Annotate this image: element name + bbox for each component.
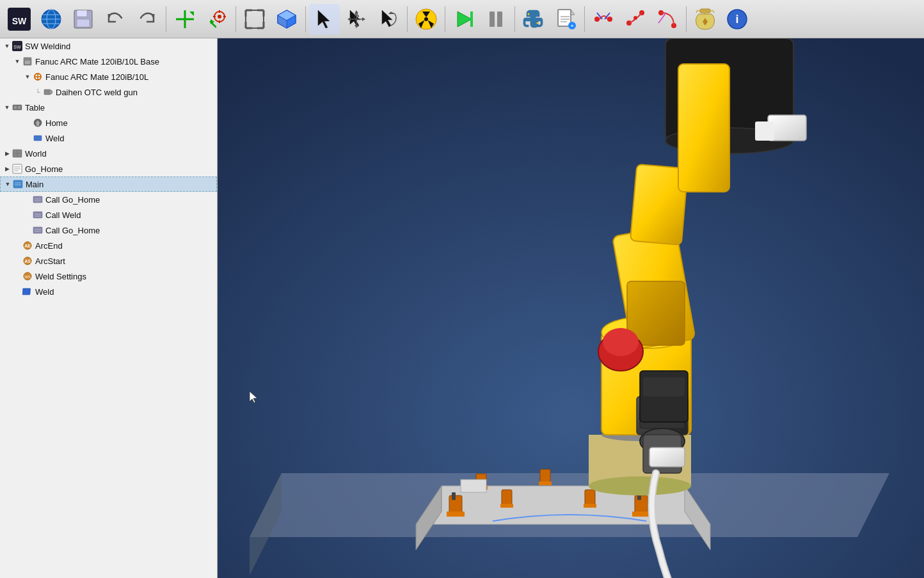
svg-point-54 [537, 22, 539, 24]
svg-point-63 [594, 17, 600, 22]
tree-label-arc-start: ArcStart [35, 256, 65, 266]
select-move-button[interactable] [341, 4, 372, 35]
svg-rect-128 [502, 490, 512, 506]
select-rotate-button[interactable] [373, 4, 404, 35]
separator-4 [407, 6, 408, 32]
tree-arrow-call-go-home-2 [23, 226, 32, 235]
svg-rect-87 [18, 106, 20, 109]
separator-3 [305, 6, 306, 32]
svg-point-69 [633, 16, 637, 20]
undo-button[interactable] [100, 4, 131, 35]
tree-arrow-weld-prog [13, 287, 22, 296]
tree-label-sw-weldind: SW Weldind [25, 42, 70, 51]
tree-label-fanuc-arm: Fanuc ARC Mate 120iB/10L [45, 72, 148, 82]
add-position-button[interactable] [170, 4, 200, 35]
svg-text:i: i [735, 13, 738, 26]
svg-rect-168 [755, 121, 774, 141]
redo-button[interactable] [132, 4, 163, 35]
tree-arrow-main [3, 180, 12, 189]
svg-marker-41 [354, 10, 358, 13]
tree-icon-go-home [12, 163, 23, 175]
document-button[interactable]: + [550, 4, 581, 35]
toolbar: SW [0, 0, 924, 38]
path1-button[interactable] [588, 4, 619, 35]
view-cube-button[interactable] [271, 4, 302, 35]
svg-rect-129 [500, 504, 513, 508]
python-button[interactable] [518, 4, 549, 35]
svg-rect-103 [33, 212, 42, 218]
svg-text:AS: AS [24, 259, 31, 263]
save-button[interactable] [68, 4, 99, 35]
path3-button[interactable] [652, 4, 683, 35]
tree-icon-call-go-home-2 [32, 224, 44, 236]
tree-item-arc-end[interactable]: AE ArcEnd [0, 238, 217, 253]
tree-icon-weld-pos [32, 132, 44, 144]
app-logo-button[interactable]: SW [4, 4, 35, 35]
tree-label-weld-settings: Weld Settings [35, 272, 86, 281]
main-area: SW SW Weldind Fanuc ARC Mate 120iB/10L B… [0, 38, 924, 578]
tree-item-weld-prog[interactable]: Weld [0, 284, 217, 299]
tree-item-world[interactable]: World [0, 146, 217, 161]
tree-item-fanuc-base[interactable]: Fanuc ARC Mate 120iB/10L Base [0, 54, 217, 69]
tree-item-table[interactable]: Table [0, 100, 217, 115]
svg-rect-51 [490, 12, 495, 27]
tree-arrow-call-go-home-1 [23, 195, 32, 204]
tree-label-call-go-home-2: Call Go_Home [45, 226, 100, 235]
svg-rect-123 [447, 512, 465, 517]
add-target-button[interactable] [202, 4, 232, 35]
radiation-button[interactable] [411, 4, 442, 35]
tree-item-fanuc-arm[interactable]: Fanuc ARC Mate 120iB/10L [0, 69, 217, 84]
tree-item-call-go-home-1[interactable]: Call Go_Home [0, 192, 217, 207]
svg-text:WS: WS [24, 275, 31, 279]
svg-rect-86 [14, 106, 17, 109]
fit-all-button[interactable] [239, 4, 270, 35]
separator-1 [166, 6, 166, 32]
svg-rect-160 [649, 448, 685, 467]
pause-button[interactable] [481, 4, 511, 35]
svg-point-84 [49, 90, 52, 94]
timer-button[interactable] [690, 4, 721, 35]
svg-rect-166 [678, 64, 729, 192]
tree-arrow-fanuc-base [13, 57, 22, 66]
info-button[interactable]: i [722, 4, 753, 35]
tree-label-world: World [25, 149, 47, 159]
3d-viewport[interactable] [218, 38, 924, 578]
tree-item-weld-pos[interactable]: Weld [0, 130, 217, 146]
tree-arrow-call-weld [23, 210, 32, 219]
separator-5 [445, 6, 445, 32]
tree-item-sw-weldind[interactable]: SW SW Weldind [0, 38, 217, 54]
tree-label-weld-pos: Weld [45, 134, 64, 143]
tree-arrow-go-home [3, 164, 12, 173]
tree-arrow-sw-weldind [3, 42, 12, 51]
svg-rect-106 [33, 227, 42, 233]
svg-rect-130 [585, 490, 595, 506]
svg-text:SW: SW [13, 45, 21, 49]
tree-icon-sw-weldind: SW [12, 40, 23, 52]
tree-item-weld-settings[interactable]: WS Weld Settings [0, 269, 217, 284]
tree-label-weld-prog: Weld [35, 287, 54, 297]
svg-rect-126 [632, 512, 650, 517]
tree-arrow-world [3, 149, 12, 158]
svg-marker-49 [458, 12, 472, 27]
tree-item-home[interactable]: Home [0, 115, 217, 130]
svg-point-144 [589, 476, 691, 496]
tree-item-go-home[interactable]: Go_Home [0, 161, 217, 176]
tree-item-call-weld[interactable]: Call Weld [0, 207, 217, 223]
tree-arrow-weld-settings [13, 272, 22, 281]
svg-rect-89 [34, 136, 42, 141]
tree-icon-table [12, 102, 23, 113]
play-button[interactable] [449, 4, 479, 35]
svg-rect-8 [77, 10, 87, 17]
tree-item-weld-gun[interactable]: └ Daihen OTC weld gun [0, 84, 217, 100]
tree-label-home: Home [45, 118, 68, 128]
path2-button[interactable] [620, 4, 651, 35]
svg-rect-140 [461, 480, 486, 492]
tree-label-weld-gun: Daihen OTC weld gun [56, 88, 138, 97]
tree-item-call-go-home-2[interactable]: Call Go_Home [0, 223, 217, 238]
tree-icon-home [32, 117, 44, 129]
svg-rect-52 [497, 12, 502, 27]
open-file-button[interactable] [36, 4, 67, 35]
tree-item-main[interactable]: Main [0, 176, 217, 192]
tree-item-arc-start[interactable]: AS ArcStart [0, 253, 217, 269]
select-button[interactable] [309, 4, 340, 35]
